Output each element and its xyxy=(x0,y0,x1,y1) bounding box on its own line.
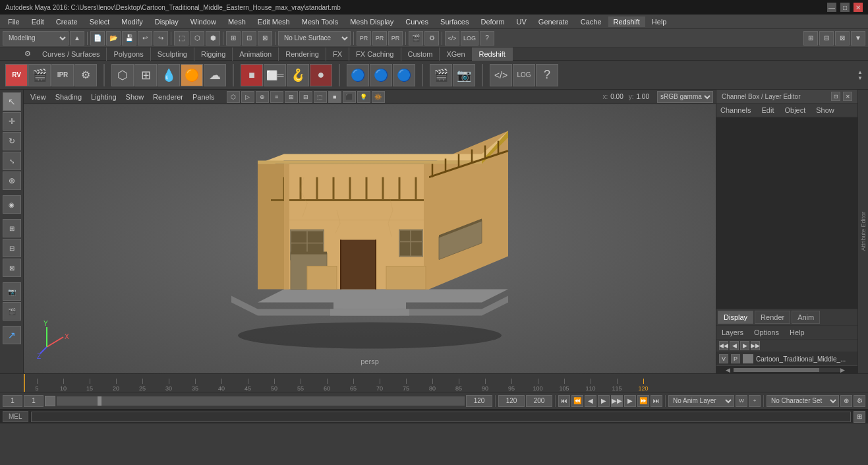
layer-next-btn[interactable]: ▶ xyxy=(740,341,749,350)
menu-mesh[interactable]: Mesh xyxy=(223,16,251,27)
snap-point-btn[interactable]: ⊠ xyxy=(258,31,272,46)
anim-layer-dropdown[interactable]: No Anim Layer xyxy=(668,395,734,407)
shelf-icon-rv[interactable]: RV xyxy=(5,64,28,86)
prev-keyframe-btn[interactable]: ⏪ xyxy=(571,395,583,407)
maximize-button[interactable]: □ xyxy=(840,3,850,12)
timeline-area[interactable]: 5 10 15 20 25 30 35 40 45 50 55 60 65 70… xyxy=(0,373,868,392)
menu-surfaces[interactable]: Surfaces xyxy=(435,16,474,27)
play-back-btn[interactable]: ▶ xyxy=(598,395,610,407)
menu-generate[interactable]: Generate xyxy=(533,16,574,27)
anim-weight-btn[interactable]: W xyxy=(736,395,747,407)
render-scene-btn[interactable]: 🎬 xyxy=(409,31,423,46)
char-set-dropdown[interactable]: No Character Set xyxy=(767,395,839,407)
cb-menu-show[interactable]: Show xyxy=(813,105,837,115)
tab-display[interactable]: Display xyxy=(718,311,753,324)
menu-edit[interactable]: Edit xyxy=(26,16,49,27)
soft-select-btn[interactable]: ◉ xyxy=(3,195,21,214)
redo-btn[interactable]: ↪ xyxy=(154,31,168,46)
grid-btn[interactable]: ⊟ xyxy=(3,239,21,257)
shelf-icon-gear[interactable]: ⚙ xyxy=(74,64,97,86)
layer-help-menu[interactable]: Help xyxy=(787,327,807,338)
show-manipulator-btn[interactable]: ⊞ xyxy=(3,219,21,237)
shelf-icon-ipr[interactable]: IPR xyxy=(51,64,74,86)
shelf-tab-xgen[interactable]: XGen xyxy=(440,47,472,61)
shelf-icon-dome[interactable]: ⬡ xyxy=(111,64,134,86)
shelf-icon-pipe[interactable]: ⬜═ xyxy=(264,64,286,86)
tab-render[interactable]: Render xyxy=(755,311,790,324)
vp-btn-5[interactable]: ⊞ xyxy=(285,91,298,103)
snap-btn[interactable]: ⊠ xyxy=(3,259,21,277)
layer-prev-btn[interactable]: ◀ xyxy=(730,341,739,350)
play-fwd-btn[interactable]: ▶▶ xyxy=(611,395,623,407)
shelf-tab-rigging[interactable]: Rigging xyxy=(194,47,233,61)
rotate-tool-btn[interactable]: ↻ xyxy=(3,132,21,150)
gamma-dropdown[interactable]: sRGB gamma xyxy=(657,91,713,103)
shelf-tab-redshift[interactable]: Redshift xyxy=(473,47,513,61)
shelf-tab-animation[interactable]: Animation xyxy=(233,47,279,61)
char-add-btn[interactable]: ⊕ xyxy=(840,395,852,407)
range-end-display[interactable] xyxy=(466,395,492,407)
cb-menu-edit[interactable]: Edit xyxy=(759,105,776,115)
universal-tool-btn[interactable]: ⊕ xyxy=(3,171,21,190)
pr-btn1[interactable]: PR xyxy=(357,31,371,46)
live-surface-dropdown[interactable]: No Live Surface xyxy=(278,31,351,46)
vp-menu-shading[interactable]: Shading xyxy=(51,92,86,102)
toolbar-btn-1[interactable]: ▲ xyxy=(70,31,84,46)
shelf-tab-curves[interactable]: Curves / Surfaces xyxy=(36,47,107,61)
vp-btn-wireframe[interactable]: ⬚ xyxy=(314,91,327,103)
time-slider-handle[interactable] xyxy=(98,396,101,406)
layers-menu[interactable]: Layers xyxy=(719,327,746,338)
tool-settings-toggle-btn[interactable]: ⊠ xyxy=(835,31,850,46)
close-button[interactable]: ✕ xyxy=(854,3,863,12)
scroll-left-btn[interactable]: ◀ xyxy=(726,367,734,373)
cb-menu-object[interactable]: Object xyxy=(782,105,808,115)
vp-btn-1[interactable]: ⬡ xyxy=(227,91,240,103)
vp-menu-show[interactable]: Show xyxy=(122,92,148,102)
vp-btn-light[interactable]: 💡 xyxy=(357,91,370,103)
current-frame-input[interactable] xyxy=(24,395,43,407)
scrollbar-horizontal[interactable]: ◀ ▶ xyxy=(716,365,857,373)
skip-to-end-btn[interactable]: ⏭ xyxy=(651,395,662,407)
menu-edit-mesh[interactable]: Edit Mesh xyxy=(252,16,295,27)
next-keyframe-btn[interactable]: ⏩ xyxy=(637,395,649,407)
shelf-tab-fx[interactable]: FX xyxy=(326,47,349,61)
pr-btn2[interactable]: PR xyxy=(372,31,387,46)
skip-to-start-btn[interactable]: ⏮ xyxy=(558,395,570,407)
vp-btn-solid[interactable]: ■ xyxy=(328,91,341,103)
shelf-icon-cloud[interactable]: ☁ xyxy=(204,64,226,86)
shelf-icon-question[interactable]: ? xyxy=(536,64,558,86)
minimize-button[interactable]: — xyxy=(827,3,836,12)
shelf-icon-sphere-r[interactable]: ● xyxy=(310,64,332,86)
vp-btn-6[interactable]: ⊟ xyxy=(299,91,312,103)
shelf-scroll-btn[interactable]: ▲ ▼ xyxy=(855,69,865,81)
playback-end-input[interactable] xyxy=(526,395,552,407)
menu-mesh-display[interactable]: Mesh Display xyxy=(345,16,399,27)
select-tool-btn[interactable]: ↖ xyxy=(3,92,21,111)
menu-help[interactable]: Help xyxy=(647,16,672,27)
snap-grid-btn[interactable]: ⊞ xyxy=(226,31,241,46)
axis-btn[interactable]: ↗ xyxy=(3,326,21,344)
shelf-tab-polygons[interactable]: Polygons xyxy=(107,47,150,61)
shelf-tab-fxcaching[interactable]: FX Caching xyxy=(349,47,401,61)
pr-btn3[interactable]: PR xyxy=(388,31,403,46)
snap-curve-btn[interactable]: ⊡ xyxy=(242,31,256,46)
new-file-btn[interactable]: 📄 xyxy=(90,31,105,46)
menu-deform[interactable]: Deform xyxy=(475,16,509,27)
shelf-icon-pr3[interactable]: 🔵 xyxy=(393,64,415,86)
channel-box-toggle-btn[interactable]: ⊞ xyxy=(803,31,818,46)
vp-btn-4[interactable]: ≡ xyxy=(270,91,283,103)
3d-scene[interactable]: persp X Y Z xyxy=(24,104,716,373)
shelf-icon-render2[interactable]: 📷 xyxy=(453,64,475,86)
render-view-btn[interactable]: 🎬 xyxy=(3,302,21,321)
vp-btn-texture[interactable]: ⬛ xyxy=(343,91,356,103)
shelf-icon-pr1[interactable]: 🔵 xyxy=(347,64,369,86)
paint-btn[interactable]: ⬢ xyxy=(206,31,220,46)
vp-menu-panels[interactable]: Panels xyxy=(188,92,219,102)
shelf-icon-hook[interactable]: 🪝 xyxy=(287,64,309,86)
menu-mesh-tools[interactable]: Mesh Tools xyxy=(297,16,343,27)
shelf-tab-sculpting[interactable]: Sculpting xyxy=(151,47,194,61)
shelf-icon-render[interactable]: 🎬 xyxy=(430,64,452,86)
char-settings-btn[interactable]: ⚙ xyxy=(854,395,865,407)
shelf-settings-btn[interactable]: ⚙ xyxy=(20,49,36,58)
script-status-btn[interactable]: ⊞ xyxy=(854,411,865,423)
